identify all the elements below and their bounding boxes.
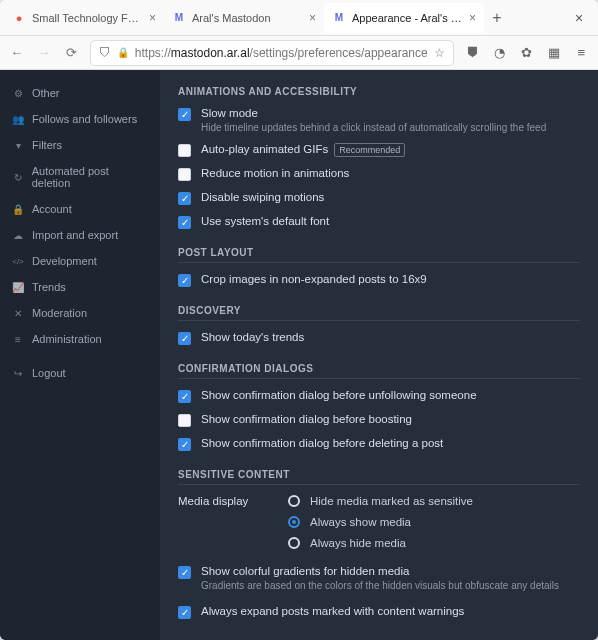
settings-main: ANIMATIONS AND ACCESSIBILITY ✓ Slow mode…	[160, 70, 598, 640]
sidebar-item-label: Automated post deletion	[32, 165, 148, 189]
checkbox-checked-icon[interactable]: ✓	[178, 216, 191, 229]
url-domain: mastodon.ar.al	[171, 46, 250, 60]
toolbar: ← → ⟳ ⛉ 🔒 https://mastodon.ar.al/setting…	[0, 36, 598, 70]
sidebar-item-other[interactable]: ⚙Other	[0, 80, 160, 106]
window-close-button[interactable]: ×	[560, 10, 598, 26]
setting-label: Show confirmation dialog before unfollow…	[201, 389, 477, 401]
forward-button[interactable]: →	[35, 45, 52, 60]
code-icon: </>	[12, 257, 24, 266]
lock-icon: 🔒	[117, 47, 129, 58]
people-icon: 👥	[12, 114, 24, 125]
url-prefix: https://	[135, 46, 171, 60]
setting-label: Slow mode	[201, 107, 546, 119]
shield-icon: ⛉	[99, 46, 111, 60]
trend-icon: 📈	[12, 282, 24, 293]
lock-icon: 🔒	[12, 204, 24, 215]
radio-selected-icon[interactable]	[288, 516, 300, 528]
checkbox-checked-icon[interactable]: ✓	[178, 566, 191, 579]
setting-label: Media display	[178, 495, 248, 507]
tab-strip: ● Small Technology Founda × M Aral's Mas…	[0, 0, 598, 36]
sidebar-item-import[interactable]: ☁Import and export	[0, 222, 160, 248]
setting-label: Use system's default font	[201, 215, 329, 227]
extension-pocket-icon[interactable]: ◔	[491, 45, 508, 60]
sidebar-item-account[interactable]: 🔒Account	[0, 196, 160, 222]
setting-show-trends[interactable]: ✓ Show today's trends	[178, 331, 580, 345]
sidebar-item-label: Filters	[32, 139, 62, 151]
setting-confirm-unfollow[interactable]: ✓ Show confirmation dialog before unfoll…	[178, 389, 580, 403]
mastodon-icon: M	[172, 11, 186, 25]
radio-always-show[interactable]: Always show media	[288, 516, 580, 528]
setting-confirm-delete[interactable]: ✓ Show confirmation dialog before deleti…	[178, 437, 580, 451]
sidebar-item-automated[interactable]: ↻Automated post deletion	[0, 158, 160, 196]
list-icon: ≡	[12, 334, 24, 345]
back-button[interactable]: ←	[8, 45, 25, 60]
checkbox-unchecked-icon[interactable]	[178, 414, 191, 427]
setting-slow-mode[interactable]: ✓ Slow mode Hide timeline updates behind…	[178, 107, 580, 133]
setting-confirm-boost[interactable]: Show confirmation dialog before boosting	[178, 413, 580, 427]
extension-qr-icon[interactable]: ▦	[545, 45, 562, 60]
sidebar-item-label: Account	[32, 203, 72, 215]
sidebar-item-logout[interactable]: ↪Logout	[0, 360, 160, 386]
tab-title: Small Technology Founda	[32, 12, 143, 24]
new-tab-button[interactable]: +	[484, 9, 510, 27]
favicon-icon: ●	[12, 11, 26, 25]
close-icon[interactable]: ×	[309, 11, 316, 25]
sidebar-item-moderation[interactable]: ✕Moderation	[0, 300, 160, 326]
sidebar-item-trends[interactable]: 📈Trends	[0, 274, 160, 300]
bookmark-icon[interactable]: ☆	[434, 46, 445, 60]
menu-icon[interactable]: ≡	[573, 45, 590, 60]
sidebar-item-admin[interactable]: ≡Administration	[0, 326, 160, 352]
radio-always-hide[interactable]: Always hide media	[288, 537, 580, 549]
radio-label: Hide media marked as sensitive	[310, 495, 473, 507]
cloud-icon: ☁	[12, 230, 24, 241]
setting-crop-images[interactable]: ✓ Crop images in non-expanded posts to 1…	[178, 273, 580, 287]
sidebar-item-label: Import and export	[32, 229, 118, 241]
checkbox-checked-icon[interactable]: ✓	[178, 274, 191, 287]
setting-autoplay-gifs[interactable]: Auto-play animated GIFsRecommended	[178, 143, 580, 157]
setting-expand-cw[interactable]: ✓ Always expand posts marked with conten…	[178, 605, 580, 619]
url-bar[interactable]: ⛉ 🔒 https://mastodon.ar.al/settings/pref…	[90, 40, 454, 66]
radio-hide-marked[interactable]: Hide media marked as sensitive	[288, 495, 580, 507]
radio-unselected-icon[interactable]	[288, 495, 300, 507]
extension-icon[interactable]: ✿	[518, 45, 535, 60]
extension-ublock-icon[interactable]: ⛊	[464, 45, 481, 60]
tab-2[interactable]: M Aral's Mastodon ×	[164, 3, 324, 33]
setting-system-font[interactable]: ✓ Use system's default font	[178, 215, 580, 229]
setting-reduce-motion[interactable]: Reduce motion in animations	[178, 167, 580, 181]
times-icon: ✕	[12, 308, 24, 319]
checkbox-checked-icon[interactable]: ✓	[178, 438, 191, 451]
setting-label: Disable swiping motions	[201, 191, 324, 203]
radio-label: Always hide media	[310, 537, 406, 549]
sidebar-item-filters[interactable]: ▾Filters	[0, 132, 160, 158]
content-area: ⚙Other 👥Follows and followers ▾Filters ↻…	[0, 70, 598, 640]
sidebar-item-label: Development	[32, 255, 97, 267]
setting-help: Hide timeline updates behind a click ins…	[201, 122, 546, 133]
sidebar-item-development[interactable]: </>Development	[0, 248, 160, 274]
cycle-icon: ↻	[12, 172, 24, 183]
checkbox-unchecked-icon[interactable]	[178, 144, 191, 157]
setting-label: Show colorful gradients for hidden media	[201, 565, 559, 577]
checkbox-checked-icon[interactable]: ✓	[178, 192, 191, 205]
close-icon[interactable]: ×	[149, 11, 156, 25]
setting-gradients[interactable]: ✓ Show colorful gradients for hidden med…	[178, 565, 580, 591]
reload-button[interactable]: ⟳	[63, 45, 80, 60]
sidebar-item-label: Follows and followers	[32, 113, 137, 125]
sidebar-item-follows[interactable]: 👥Follows and followers	[0, 106, 160, 132]
checkbox-checked-icon[interactable]: ✓	[178, 332, 191, 345]
browser-window: ● Small Technology Founda × M Aral's Mas…	[0, 0, 598, 640]
tab-1[interactable]: ● Small Technology Founda ×	[4, 3, 164, 33]
sidebar-item-label: Logout	[32, 367, 66, 379]
checkbox-checked-icon[interactable]: ✓	[178, 108, 191, 121]
radio-unselected-icon[interactable]	[288, 537, 300, 549]
sidebar-item-label: Trends	[32, 281, 66, 293]
close-icon[interactable]: ×	[469, 11, 476, 25]
setting-help: Gradients are based on the colors of the…	[201, 580, 559, 591]
section-title-sensitive: SENSITIVE CONTENT	[178, 469, 580, 485]
setting-label: Show confirmation dialog before deleting…	[201, 437, 443, 449]
tab-3[interactable]: M Appearance - Aral's Mast ×	[324, 3, 484, 33]
checkbox-unchecked-icon[interactable]	[178, 168, 191, 181]
checkbox-checked-icon[interactable]: ✓	[178, 390, 191, 403]
setting-disable-swipe[interactable]: ✓ Disable swiping motions	[178, 191, 580, 205]
checkbox-checked-icon[interactable]: ✓	[178, 606, 191, 619]
filter-icon: ▾	[12, 140, 24, 151]
